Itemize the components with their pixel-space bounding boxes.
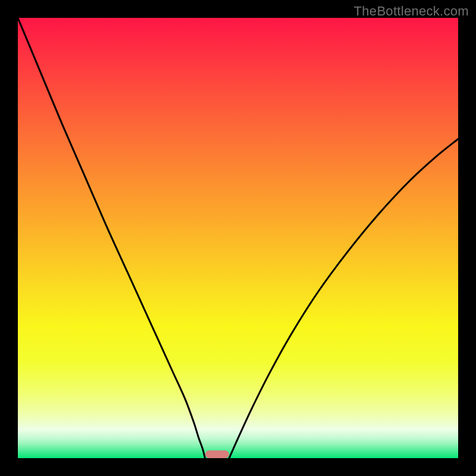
bottleneck-curve-left	[18, 18, 205, 458]
optimal-range-marker	[205, 450, 230, 458]
bottleneck-curve-right	[229, 139, 458, 459]
app-frame: TheBottleneck.com	[0, 0, 476, 476]
chart-curve-layer	[18, 18, 458, 458]
watermark-label: TheBottleneck.com	[354, 4, 469, 19]
chart-plot-area	[18, 18, 458, 458]
